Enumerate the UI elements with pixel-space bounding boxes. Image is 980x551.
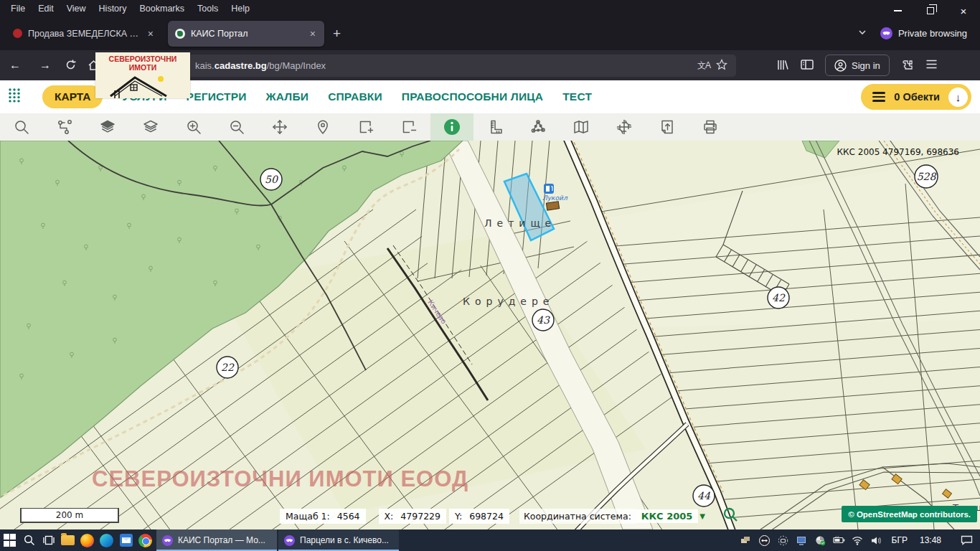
y-coordinate-readout: Y:698724 — [449, 509, 509, 524]
zoom-rect-in-tool-icon[interactable] — [344, 113, 387, 141]
svg-text:22: 22 — [221, 362, 235, 373]
tray-windows-icon[interactable] — [740, 534, 752, 547]
layers-filled-tool-icon[interactable] — [86, 113, 129, 141]
crs-dropdown-caret-icon[interactable]: ▼ — [699, 512, 705, 520]
tab-close-icon[interactable]: × — [146, 28, 155, 39]
tray-battery-icon[interactable] — [833, 534, 845, 547]
menu-view[interactable]: View — [60, 4, 93, 14]
mail-app-icon[interactable] — [116, 529, 136, 551]
menu-file[interactable]: File — [4, 4, 32, 14]
bookmark-star-icon[interactable] — [716, 59, 729, 72]
nav-registri[interactable]: РЕГИСТРИ — [187, 90, 247, 103]
export-page-tool-icon[interactable] — [646, 113, 689, 141]
edge-icon[interactable] — [97, 529, 116, 551]
restore-button[interactable] — [914, 0, 947, 22]
print-tool-icon[interactable] — [689, 113, 732, 141]
tab-kais-portal[interactable]: КАИС Портал × — [168, 21, 324, 47]
taskbar-window-kais[interactable]: КАИС Портал — Мо... — [156, 529, 277, 551]
private-mask-icon — [284, 535, 295, 546]
scale-bar: 200 m — [20, 508, 119, 523]
private-mask-icon — [880, 27, 892, 39]
nav-test[interactable]: ТЕСТ — [562, 90, 592, 103]
url-bar[interactable]: kais.cadastre.bg/bg/Map/Index 文A — [169, 55, 736, 77]
windows-taskbar: КАИС Портал — Мо... Парцели в с. Кичево.… — [0, 529, 980, 551]
map-toolbar — [0, 113, 980, 141]
menu-help[interactable]: Help — [225, 4, 256, 14]
task-view-icon[interactable] — [39, 529, 58, 551]
back-button[interactable]: ← — [0, 59, 30, 72]
extensions-puzzle-icon[interactable] — [901, 59, 914, 72]
osm-attribution-badge[interactable]: © OpenStreetMap contributors. — [842, 506, 977, 522]
tray-capture-icon[interactable] — [777, 534, 789, 547]
tab-prodava-zemedelska[interactable]: Продава ЗЕМЕДЕЛСКА ЗЕМЯ в × — [6, 21, 162, 47]
zoom-in-tool-icon[interactable] — [172, 113, 215, 141]
clock[interactable]: 13:48 — [917, 535, 944, 545]
tab-title: Продава ЗЕМЕДЕЛСКА ЗЕМЯ в — [28, 29, 141, 39]
forward-button[interactable]: → — [30, 59, 60, 72]
cadastral-map-viewport[interactable]: Кичево — [0, 141, 980, 529]
menu-history[interactable]: History — [93, 4, 133, 14]
sidebar-toggle-icon[interactable] — [801, 59, 814, 72]
nav-karta[interactable]: КАРТА — [42, 85, 103, 108]
objects-menu-icon — [872, 92, 885, 102]
firefox-icon[interactable] — [77, 529, 97, 551]
zoom-out-tool-icon[interactable] — [215, 113, 258, 141]
scale-bar-label: 200 m — [56, 510, 83, 520]
info-tool-icon[interactable] — [430, 113, 473, 141]
start-button[interactable] — [0, 529, 19, 551]
agency-logo-watermark: СЕВЕРОИЗТОЧНИ ИМОТИ — [95, 52, 190, 98]
url-text: kais.cadastre.bg/bg/Map/Index — [195, 60, 692, 71]
desktop-screen: File Edit View History Bookmarks Tools H… — [0, 0, 980, 551]
action-center-icon[interactable] — [961, 534, 973, 547]
zoom-rect-out-tool-icon[interactable] — [387, 113, 430, 141]
tray-display-icon[interactable] — [796, 534, 808, 547]
reload-button[interactable] — [65, 59, 77, 72]
new-tab-button[interactable]: + — [324, 26, 349, 42]
tab-overflow-chevron-icon[interactable] — [857, 27, 870, 40]
menu-tools[interactable]: Tools — [191, 4, 225, 14]
tab-close-icon[interactable]: × — [308, 28, 317, 39]
korudere-label: Корудере — [463, 296, 554, 307]
sign-in-button[interactable]: Sign in — [825, 55, 890, 76]
objects-count-label: 0 Обекти — [894, 91, 940, 103]
taskbar-window-parceli[interactable]: Парцели в с. Кичево... — [278, 529, 399, 551]
route-nodes-tool-icon[interactable] — [43, 113, 86, 141]
objects-counter-button[interactable]: 0 Обекти ↓ — [861, 84, 971, 110]
measure-length-tool-icon[interactable] — [473, 113, 517, 141]
overview-map-tool-icon[interactable] — [560, 113, 603, 141]
library-icon[interactable] — [776, 59, 789, 72]
location-pin-tool-icon[interactable] — [301, 113, 344, 141]
tray-wifi-icon[interactable] — [852, 534, 864, 547]
close-button[interactable]: × — [947, 0, 980, 22]
taskbar-window-title: Парцели в с. Кичево... — [300, 535, 389, 545]
taskbar-search-icon[interactable] — [19, 529, 39, 551]
map-search-icon[interactable] — [722, 507, 739, 525]
tray-teamviewer-icon[interactable] — [758, 534, 771, 547]
browser-menubar: File Edit View History Bookmarks Tools H… — [0, 0, 980, 17]
menu-edit[interactable]: Edit — [32, 4, 60, 14]
language-indicator[interactable]: БГР — [889, 535, 910, 545]
tray-volume-icon[interactable] — [870, 534, 882, 547]
app-menu-hamburger-icon[interactable] — [925, 59, 938, 72]
nav-zhalbi[interactable]: ЖАЛБИ — [266, 90, 309, 103]
search-tool-icon[interactable] — [0, 113, 43, 141]
menu-bookmarks[interactable]: Bookmarks — [133, 4, 191, 14]
pan-tool-icon[interactable] — [258, 113, 301, 141]
crs-selector-value[interactable]: ККС 2005 — [636, 509, 699, 523]
tab-bar: Продава ЗЕМЕДЕЛСКА ЗЕМЯ в × КАИС Портал … — [0, 17, 980, 50]
translate-icon[interactable]: 文A — [697, 60, 710, 72]
tray-security-icon[interactable] — [814, 534, 826, 547]
file-explorer-icon[interactable] — [58, 529, 77, 551]
nav-pravosposobni-litsa[interactable]: ПРАВОСПОСОБНИ ЛИЦА — [402, 90, 543, 103]
minimize-button[interactable] — [881, 0, 914, 22]
layers-outline-tool-icon[interactable] — [129, 113, 172, 141]
private-browsing-indicator: Private browsing — [880, 27, 967, 39]
nav-spravki[interactable]: СПРАВКИ — [328, 90, 382, 103]
measure-area-tool-icon[interactable] — [517, 113, 560, 141]
fuel-station-label: Лукойл — [542, 194, 568, 202]
svg-text:50: 50 — [265, 174, 278, 185]
tab-favicon — [13, 29, 22, 38]
apps-grid-icon[interactable] — [7, 87, 22, 107]
coordinate-grid-tool-icon[interactable] — [603, 113, 646, 141]
chrome-icon[interactable] — [136, 529, 155, 551]
